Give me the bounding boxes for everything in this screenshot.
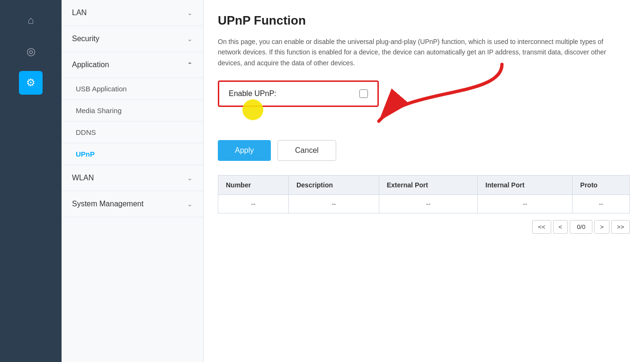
page-title: UPnP Function: [218, 13, 630, 28]
network-icon[interactable]: ◎: [19, 40, 43, 63]
nav-item-security[interactable]: Security ⌄: [62, 26, 203, 52]
nav-sub-item-usb-application[interactable]: USB Application: [62, 78, 203, 100]
nav-label-application: Application: [72, 61, 109, 69]
page-prev-button[interactable]: <: [553, 220, 568, 234]
nav-label-security: Security: [72, 35, 99, 43]
pagination: << < 0/0 > >>: [218, 220, 630, 234]
col-header-proto: Proto: [572, 176, 630, 195]
page-next-button[interactable]: >: [594, 220, 609, 234]
nav-sub-item-upnp[interactable]: UPnP: [62, 143, 203, 165]
main-content: UPnP Function On this page, you can enab…: [204, 0, 644, 362]
upnp-table: Number Description External Port Interna…: [218, 175, 630, 213]
cell-internal-port: --: [478, 195, 572, 213]
cell-description: --: [288, 195, 379, 213]
nav-sub-item-media-sharing[interactable]: Media Sharing: [62, 100, 203, 122]
nav-item-lan[interactable]: LAN ⌄: [62, 0, 203, 26]
cancel-button[interactable]: Cancel: [277, 140, 336, 161]
nav-label-wlan: WLAN: [72, 174, 94, 182]
nav-sub-item-ddns[interactable]: DDNS: [62, 122, 203, 143]
chevron-down-icon: ⌄: [187, 174, 193, 182]
enable-upnp-label: Enable UPnP:: [229, 89, 277, 98]
home-icon[interactable]: ⌂: [19, 9, 43, 32]
col-header-number: Number: [218, 176, 289, 195]
nav-label-system-management: System Management: [72, 200, 143, 208]
upnp-enable-box: Enable UPnP:: [218, 80, 379, 107]
sidebar: ⌂ ◎ ⚙: [0, 0, 62, 362]
chevron-down-icon: ⌄: [187, 200, 193, 208]
chevron-up-icon: ⌃: [187, 61, 193, 69]
col-header-internal-port: Internal Port: [478, 176, 572, 195]
col-header-external-port: External Port: [379, 176, 477, 195]
apply-button[interactable]: Apply: [218, 140, 271, 161]
buttons-row: Apply Cancel: [218, 140, 630, 161]
page-info: 0/0: [570, 220, 592, 234]
table-row: -- -- -- -- --: [218, 195, 630, 213]
table-header-row: Number Description External Port Interna…: [218, 176, 630, 195]
page-last-button[interactable]: >>: [611, 220, 630, 234]
enable-upnp-checkbox[interactable]: [359, 89, 368, 98]
page-first-button[interactable]: <<: [532, 220, 551, 234]
nav-label-lan: LAN: [72, 9, 87, 17]
nav-item-application[interactable]: Application ⌃: [62, 52, 203, 78]
page-description: On this page, you can enable or disable …: [218, 36, 606, 68]
col-header-description: Description: [288, 176, 379, 195]
nav-item-wlan[interactable]: WLAN ⌄: [62, 165, 203, 191]
cell-proto: --: [572, 195, 630, 213]
cell-external-port: --: [379, 195, 477, 213]
nav-panel: LAN ⌄ Security ⌄ Application ⌃ USB Appli…: [62, 0, 204, 362]
settings-icon[interactable]: ⚙: [19, 71, 43, 95]
chevron-down-icon: ⌄: [187, 9, 193, 17]
cell-number: --: [218, 195, 289, 213]
nav-item-system-management[interactable]: System Management ⌄: [62, 191, 203, 217]
chevron-down-icon: ⌄: [187, 35, 193, 43]
